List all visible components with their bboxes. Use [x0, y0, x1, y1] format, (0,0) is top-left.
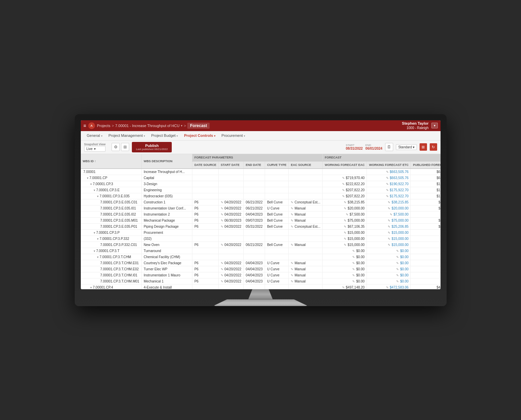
working-eac-edit-icon[interactable]: ✎	[344, 231, 347, 234]
working-etc-edit-icon[interactable]: ✎	[396, 268, 399, 271]
calendar-icon-btn[interactable]: 🗓	[385, 143, 393, 151]
table-wrapper: WBS ID ↑ WBS Description FORECAST PARAME…	[81, 154, 441, 289]
working-etc-edit-icon[interactable]: ✎	[396, 262, 399, 265]
edit-icon[interactable]: ✎	[221, 280, 223, 283]
working-eac-edit-icon[interactable]: ✎	[342, 189, 345, 192]
snapshot-dropdown[interactable]: Live ▾	[84, 146, 106, 152]
publish-button[interactable]: Publish Last published 06/21/2022	[132, 142, 172, 152]
edit-icon[interactable]: ✎	[221, 207, 223, 210]
working-etc-edit-icon[interactable]: ✎	[386, 286, 389, 289]
col-working-eac[interactable]: Working Forecast EAC	[323, 161, 367, 169]
eac-edit-icon[interactable]: ✎	[291, 243, 293, 247]
col-eac-source[interactable]: EAC Source	[289, 161, 323, 169]
working-etc-edit-icon[interactable]: ✎	[386, 189, 389, 192]
col-published-eac[interactable]: Published Forecast EAC	[411, 161, 441, 169]
standard-dropdown[interactable]: Standard ▾	[396, 144, 417, 150]
edit-icon[interactable]: ✎	[221, 225, 223, 228]
nav-procurement[interactable]: Procurement ▾	[219, 132, 248, 139]
working-etc-edit-icon[interactable]: ✎	[386, 176, 389, 180]
filter-red-btn[interactable]: ⊞	[420, 143, 427, 151]
col-start-date[interactable]: Start Date	[218, 161, 243, 169]
nav-project-budget[interactable]: Project Budget ▾	[148, 132, 181, 139]
working-etc-edit-icon[interactable]: ✎	[386, 170, 389, 174]
working-eac-edit-icon[interactable]: ✎	[344, 207, 347, 210]
working-eac-edit-icon[interactable]: ✎	[344, 225, 347, 228]
edit-icon[interactable]: ✎	[221, 262, 223, 265]
working-etc-edit-icon[interactable]: ✎	[386, 195, 389, 198]
eac-edit-icon[interactable]: ✎	[291, 280, 293, 283]
col-wbs-desc[interactable]: WBS Description	[141, 154, 192, 169]
eac-edit-icon[interactable]: ✎	[291, 262, 293, 265]
eac-source-cell: ✎Manual	[289, 278, 323, 284]
working-etc-edit-icon[interactable]: ✎	[388, 219, 390, 222]
edit-icon[interactable]: ✎	[221, 219, 223, 222]
collapse-icon[interactable]: ▾	[94, 189, 95, 192]
working-etc-edit-icon[interactable]: ✎	[388, 225, 390, 228]
eac-edit-icon[interactable]: ✎	[291, 207, 293, 210]
col-end-date[interactable]: End Date	[243, 161, 265, 169]
working-eac-edit-icon[interactable]: ✎	[342, 286, 345, 289]
working-etc-edit-icon[interactable]: ✎	[386, 182, 389, 186]
hamburger-icon[interactable]: ≡	[84, 123, 86, 128]
eac-edit-icon[interactable]: ✎	[291, 201, 293, 204]
working-eac-edit-icon[interactable]: ✎	[344, 243, 347, 247]
snapshot-arrow: ▾	[94, 147, 96, 151]
working-eac-edit-icon[interactable]: ✎	[344, 201, 347, 204]
working-eac-edit-icon[interactable]: ✎	[352, 274, 355, 277]
working-eac-edit-icon[interactable]: ✎	[342, 182, 345, 186]
working-etc-edit-icon[interactable]: ✎	[396, 249, 399, 253]
copy-icon-btn[interactable]: ⊞	[121, 143, 129, 151]
collapse-icon[interactable]: ▾	[97, 237, 99, 241]
working-etc-edit-icon[interactable]: ✎	[396, 255, 399, 259]
breadcrumb-projects[interactable]: Projects	[97, 124, 111, 128]
collapse-icon[interactable]: ▾	[94, 249, 95, 253]
col-working-etc[interactable]: Working Forecast ETC	[367, 161, 411, 169]
working-eac-edit-icon[interactable]: ✎	[352, 255, 355, 259]
nav-project-management[interactable]: Project Management ▾	[106, 132, 148, 139]
eac-edit-icon[interactable]: ✎	[291, 225, 293, 228]
working-eac-edit-icon[interactable]: ✎	[342, 195, 345, 198]
working-etc-edit-icon[interactable]: ✎	[388, 231, 390, 234]
col-date-source[interactable]: Date Source	[192, 161, 218, 169]
working-etc-edit-icon[interactable]: ✎	[388, 243, 390, 247]
nav-general[interactable]: General ▾	[84, 132, 105, 139]
col-wbs-id[interactable]: WBS ID ↑	[81, 154, 142, 169]
working-etc-edit-icon[interactable]: ✎	[396, 280, 399, 283]
collapse-icon[interactable]: ▾	[97, 255, 99, 259]
eac-edit-icon[interactable]: ✎	[291, 219, 293, 222]
edit-icon[interactable]: ✎	[221, 201, 223, 204]
breadcrumb-project-id[interactable]: 7.00001 - Increase Throughput of HCU	[115, 124, 180, 128]
working-etc-edit-icon[interactable]: ✎	[388, 207, 390, 210]
eac-edit-icon[interactable]: ✎	[291, 268, 293, 271]
eac-edit-icon[interactable]: ✎	[291, 213, 293, 216]
working-etc-edit-icon[interactable]: ✎	[390, 213, 393, 216]
project-dropdown-arrow[interactable]: ▾	[181, 124, 183, 127]
collapse-icon[interactable]: ▾	[90, 182, 92, 186]
working-eac-edit-icon[interactable]: ✎	[344, 237, 347, 241]
wbs-id-value: 7.00001.CP.3.T.CHM.E02	[100, 267, 139, 271]
refresh-red-btn[interactable]: ↻	[430, 143, 437, 151]
collapse-icon[interactable]: ▾	[90, 286, 92, 289]
settings-icon-btn[interactable]: ⚙	[112, 143, 120, 151]
working-etc-edit-icon[interactable]: ✎	[396, 274, 399, 277]
working-eac-edit-icon[interactable]: ✎	[344, 219, 347, 222]
edit-icon[interactable]: ✎	[221, 243, 223, 247]
collapse-icon[interactable]: ▾	[94, 231, 95, 234]
working-etc-edit-icon[interactable]: ✎	[388, 201, 390, 204]
user-dropdown-btn[interactable]: ▾	[431, 123, 438, 128]
working-eac-edit-icon[interactable]: ✎	[352, 249, 355, 253]
eac-edit-icon[interactable]: ✎	[291, 274, 293, 277]
working-eac-edit-icon[interactable]: ✎	[352, 262, 355, 265]
nav-project-controls[interactable]: Project Controls ▾	[181, 132, 218, 139]
working-etc-edit-icon[interactable]: ✎	[388, 237, 390, 241]
edit-icon[interactable]: ✎	[221, 274, 223, 277]
working-eac-edit-icon[interactable]: ✎	[352, 280, 355, 283]
working-eac-edit-icon[interactable]: ✎	[342, 176, 345, 180]
edit-icon[interactable]: ✎	[221, 268, 223, 271]
collapse-icon[interactable]: ▾	[97, 195, 99, 198]
edit-icon[interactable]: ✎	[221, 213, 223, 216]
collapse-icon[interactable]: ▾	[87, 176, 89, 180]
col-curve-type[interactable]: Curve Type	[265, 161, 288, 169]
working-eac-edit-icon[interactable]: ✎	[352, 268, 355, 271]
working-eac-edit-icon[interactable]: ✎	[346, 213, 349, 216]
